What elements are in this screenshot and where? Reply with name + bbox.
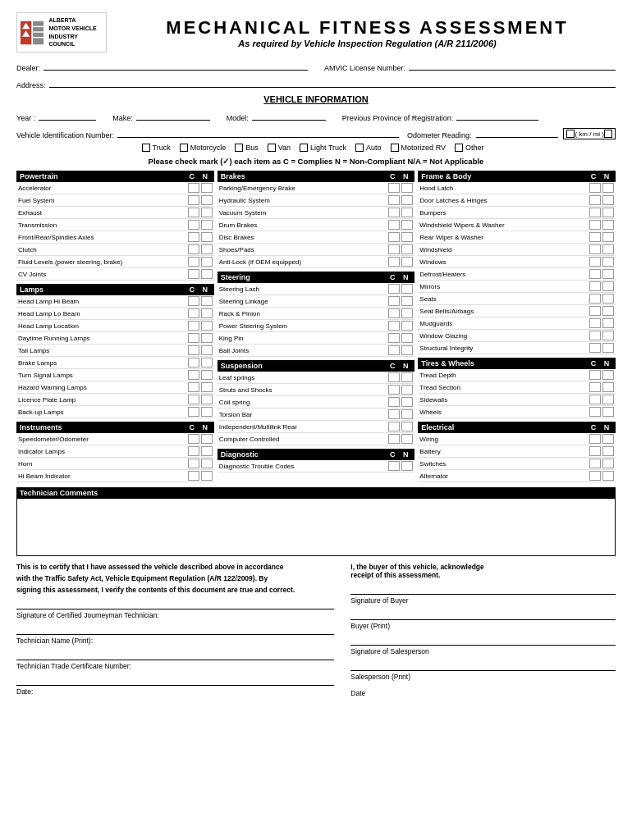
vehicle-type-checkbox-motorized-rv[interactable] [391,144,399,152]
instruments-item-cell-n-1[interactable] [201,446,213,456]
powertrain-item-cell-n-4[interactable] [201,232,213,242]
suspension-item-cell-c-0[interactable] [388,372,400,382]
suspension-item-cell-c-5[interactable] [388,434,400,444]
suspension-item-cell-c-3[interactable] [388,409,400,419]
vehicle-type-checkbox-auto[interactable] [355,144,364,152]
powertrain-item-cell-c-5[interactable] [188,244,199,254]
brakes-item-cell-n-5[interactable] [401,244,413,254]
tires-wheels-item-cell-n-2[interactable] [602,395,614,404]
lamps-item-cell-c-6[interactable] [188,370,199,380]
powertrain-item-cell-n-6[interactable] [201,257,213,267]
tires-wheels-item-cell-n-1[interactable] [602,382,614,392]
brakes-item-cell-c-4[interactable] [388,232,400,242]
dealer-input[interactable] [44,59,308,71]
brakes-item-cell-n-2[interactable] [401,208,413,217]
suspension-item-cell-n-4[interactable] [401,422,413,431]
amvic-input[interactable] [409,59,616,71]
powertrain-item-cell-c-4[interactable] [188,232,199,242]
brakes-item-cell-n-1[interactable] [401,195,413,205]
vehicle-type-checkbox-bus[interactable] [235,144,243,152]
suspension-item-cell-n-5[interactable] [401,434,413,444]
steering-item-cell-n-3[interactable] [401,321,413,331]
frame-body-item-cell-n-1[interactable] [602,195,614,205]
suspension-item-cell-c-1[interactable] [388,385,400,395]
instruments-item-cell-n-0[interactable] [201,434,213,444]
frame-body-item-cell-n-12[interactable] [602,331,614,340]
suspension-item-cell-n-3[interactable] [401,409,413,419]
vin-input[interactable] [117,126,399,138]
steering-item-cell-c-0[interactable] [388,284,400,294]
frame-body-item-cell-c-3[interactable] [589,220,601,230]
steering-item-cell-n-4[interactable] [401,333,413,343]
suspension-item-cell-n-2[interactable] [401,397,413,407]
lamps-item-cell-c-2[interactable] [188,321,199,331]
frame-body-item-cell-c-8[interactable] [589,281,601,291]
powertrain-item-cell-c-2[interactable] [188,208,199,217]
lamps-item-cell-c-0[interactable] [188,296,199,306]
frame-body-item-cell-c-9[interactable] [589,294,601,304]
steering-item-cell-c-5[interactable] [388,345,400,355]
lamps-item-cell-c-8[interactable] [188,395,199,404]
powertrain-item-cell-c-6[interactable] [188,257,199,267]
brakes-item-cell-n-3[interactable] [401,220,413,230]
frame-body-item-cell-c-6[interactable] [589,257,601,267]
vehicle-type-checkbox-truck[interactable] [142,144,150,152]
diagnostic-item-cell-c-0[interactable] [388,461,400,471]
instruments-item-cell-c-3[interactable] [188,471,199,481]
lamps-item-cell-n-8[interactable] [201,395,213,404]
powertrain-item-cell-n-7[interactable] [201,269,213,279]
instruments-item-cell-c-0[interactable] [188,434,199,444]
brakes-item-cell-n-4[interactable] [401,232,413,242]
instruments-item-cell-n-2[interactable] [201,459,213,468]
frame-body-item-cell-c-0[interactable] [589,183,601,193]
electrical-item-cell-c-2[interactable] [589,459,601,468]
make-input[interactable] [136,109,210,121]
brakes-item-cell-c-1[interactable] [388,195,400,205]
electrical-item-cell-n-1[interactable] [602,446,614,456]
tires-wheels-item-cell-n-3[interactable] [602,407,614,417]
frame-body-item-cell-n-4[interactable] [602,232,614,242]
lamps-item-cell-n-4[interactable] [201,345,213,355]
powertrain-item-cell-n-3[interactable] [201,220,213,230]
electrical-item-cell-c-1[interactable] [589,446,601,456]
powertrain-item-cell-n-0[interactable] [201,183,213,193]
instruments-item-cell-c-2[interactable] [188,459,199,468]
lamps-item-cell-n-9[interactable] [201,407,213,417]
powertrain-item-cell-c-0[interactable] [188,183,199,193]
brakes-item-cell-n-6[interactable] [401,257,413,267]
frame-body-item-cell-c-1[interactable] [589,195,601,205]
electrical-item-cell-c-3[interactable] [589,471,601,481]
brakes-item-cell-n-0[interactable] [401,183,413,193]
frame-body-item-cell-n-13[interactable] [602,343,614,353]
suspension-item-cell-n-1[interactable] [401,385,413,395]
tires-wheels-item-cell-c-0[interactable] [589,370,601,380]
address-input[interactable] [49,76,616,88]
frame-body-item-cell-n-6[interactable] [602,257,614,267]
frame-body-item-cell-c-5[interactable] [589,244,601,254]
steering-item-cell-n-0[interactable] [401,284,413,294]
frame-body-item-cell-n-8[interactable] [602,281,614,291]
frame-body-item-cell-c-4[interactable] [589,232,601,242]
powertrain-item-cell-c-1[interactable] [188,195,199,205]
frame-body-item-cell-n-5[interactable] [602,244,614,254]
vehicle-type-checkbox-motorcycle[interactable] [180,144,188,152]
steering-item-cell-n-1[interactable] [401,296,413,306]
mi-checkbox[interactable] [604,130,612,138]
steering-item-cell-c-2[interactable] [388,308,400,318]
frame-body-item-cell-n-3[interactable] [602,220,614,230]
frame-body-item-cell-n-9[interactable] [602,294,614,304]
lamps-item-cell-c-9[interactable] [188,407,199,417]
vehicle-type-checkbox-light-truck[interactable] [300,144,308,152]
brakes-item-cell-c-3[interactable] [388,220,400,230]
lamps-item-cell-n-7[interactable] [201,382,213,392]
tires-wheels-item-cell-c-1[interactable] [589,382,601,392]
province-input[interactable] [456,109,538,121]
steering-item-cell-c-1[interactable] [388,296,400,306]
tires-wheels-item-cell-n-0[interactable] [602,370,614,380]
electrical-item-cell-n-3[interactable] [602,471,614,481]
brakes-item-cell-c-0[interactable] [388,183,400,193]
lamps-item-cell-n-6[interactable] [201,370,213,380]
electrical-item-cell-n-0[interactable] [602,434,614,444]
frame-body-item-cell-c-13[interactable] [589,343,601,353]
electrical-item-cell-n-2[interactable] [602,459,614,468]
